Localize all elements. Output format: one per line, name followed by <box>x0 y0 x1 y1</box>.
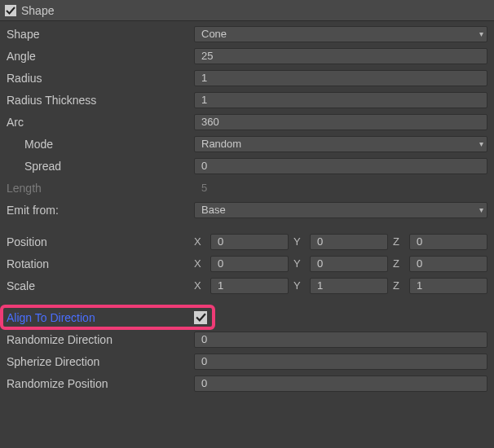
mode-row: Mode Random ▾ <box>0 133 494 155</box>
radius-field[interactable]: 1 <box>194 70 487 86</box>
spherize-direction-row: Spherize Direction 0 <box>0 350 494 372</box>
angle-label: Angle <box>7 50 194 63</box>
radius-thickness-label: Radius Thickness <box>7 94 194 107</box>
dropdown-caret-icon: ▾ <box>479 206 483 214</box>
position-row: Position X0 Y0 Z0 <box>0 231 494 253</box>
scale-x-field[interactable]: 1 <box>210 278 289 294</box>
emit-from-dropdown[interactable]: Base ▾ <box>194 202 487 218</box>
radius-thickness-row: Radius Thickness 1 <box>0 89 494 111</box>
position-z-field[interactable]: 0 <box>409 234 487 250</box>
spread-label: Spread <box>7 160 194 173</box>
rotation-x-field[interactable]: 0 <box>210 256 289 272</box>
rotation-z-field[interactable]: 0 <box>409 256 487 272</box>
z-label: Z <box>393 257 404 270</box>
randomize-position-field[interactable]: 0 <box>194 376 487 392</box>
spherize-direction-field[interactable]: 0 <box>194 354 487 370</box>
module-header[interactable]: Shape <box>0 0 494 21</box>
rotation-y-field[interactable]: 0 <box>310 256 388 272</box>
module-body: Shape Cone ▾ Angle 25 Radius 1 Radius Th… <box>0 21 494 394</box>
angle-field[interactable]: 25 <box>194 48 487 64</box>
dropdown-caret-icon: ▾ <box>479 30 483 38</box>
length-field: 5 <box>194 180 487 196</box>
spread-field[interactable]: 0 <box>194 158 487 174</box>
randomize-direction-label: Randomize Direction <box>7 333 194 346</box>
angle-row: Angle 25 <box>0 45 494 67</box>
arc-field[interactable]: 360 <box>194 114 487 130</box>
radius-row: Radius 1 <box>0 67 494 89</box>
spread-row: Spread 0 <box>0 155 494 177</box>
shape-dropdown[interactable]: Cone ▾ <box>194 26 487 42</box>
x-label: X <box>194 257 205 270</box>
position-x-field[interactable]: 0 <box>210 234 289 250</box>
emit-from-row: Emit from: Base ▾ <box>0 199 494 221</box>
x-label: X <box>194 279 205 292</box>
scale-z-field[interactable]: 1 <box>409 278 487 294</box>
shape-label: Shape <box>7 28 194 41</box>
y-label: Y <box>293 257 305 270</box>
randomize-direction-field[interactable]: 0 <box>194 332 487 348</box>
randomize-direction-row: Randomize Direction 0 <box>0 328 494 350</box>
arc-label: Arc <box>7 116 194 129</box>
dropdown-caret-icon: ▾ <box>479 140 483 148</box>
shape-value: Cone <box>201 28 227 40</box>
radius-label: Radius <box>7 72 194 85</box>
align-to-direction-label: Align To Direction <box>7 311 194 324</box>
rotation-row: Rotation X0 Y0 Z0 <box>0 253 494 275</box>
y-label: Y <box>293 235 305 248</box>
z-label: Z <box>393 235 404 248</box>
mode-label: Mode <box>7 138 194 151</box>
mode-dropdown[interactable]: Random ▾ <box>194 136 487 152</box>
scale-y-field[interactable]: 1 <box>310 278 388 294</box>
position-label: Position <box>7 235 194 248</box>
module-enable-checkbox[interactable] <box>5 5 16 16</box>
radius-thickness-field[interactable]: 1 <box>194 92 487 108</box>
length-row: Length 5 <box>0 177 494 199</box>
arc-row: Arc 360 <box>0 111 494 133</box>
align-to-direction-checkbox[interactable] <box>194 311 207 324</box>
shape-module-panel: Shape Shape Cone ▾ Angle 25 Radius 1 <box>0 0 494 448</box>
scale-row: Scale X1 Y1 Z1 <box>0 275 494 296</box>
align-to-direction-row: Align To Direction <box>0 306 494 328</box>
scale-label: Scale <box>7 279 194 292</box>
spherize-direction-label: Spherize Direction <box>7 355 194 368</box>
x-label: X <box>194 235 205 248</box>
position-y-field[interactable]: 0 <box>310 234 388 250</box>
randomize-position-label: Randomize Position <box>7 377 194 390</box>
mode-value: Random <box>201 138 241 150</box>
length-label: Length <box>7 182 194 195</box>
module-title: Shape <box>21 4 54 17</box>
y-label: Y <box>293 279 305 292</box>
rotation-label: Rotation <box>7 257 194 270</box>
emit-from-label: Emit from: <box>7 204 194 217</box>
emit-from-value: Base <box>201 204 226 216</box>
z-label: Z <box>393 279 404 292</box>
randomize-position-row: Randomize Position 0 <box>0 372 494 394</box>
shape-row: Shape Cone ▾ <box>0 23 494 45</box>
